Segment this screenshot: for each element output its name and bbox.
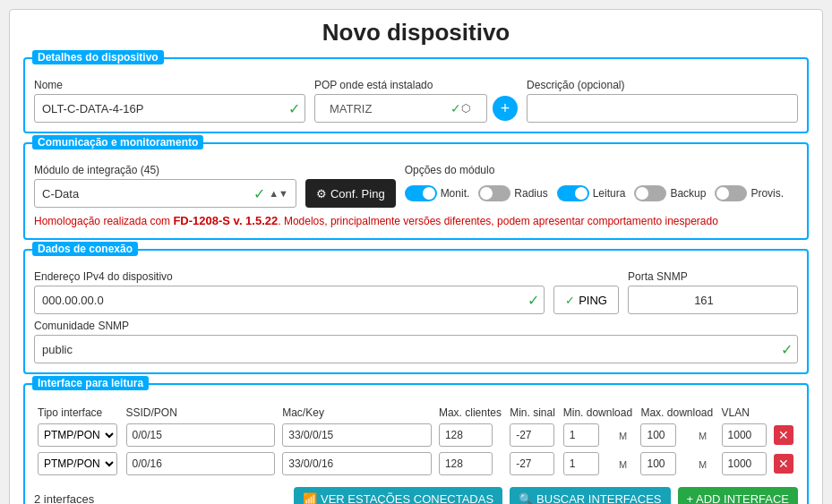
- tipo-select-2[interactable]: PTMP/PON: [38, 452, 117, 475]
- conf-ping-label: Conf. Ping: [330, 187, 385, 201]
- interface-count: 2 interfaces: [34, 492, 94, 504]
- main-container: Novo dispositivo Detalhes do dispositivo…: [9, 9, 823, 504]
- col-maxdown: Max. download: [637, 405, 717, 421]
- buscar-label: BUSCAR INTERFACES: [536, 492, 661, 504]
- add-label: + ADD INTERFACE: [687, 492, 790, 504]
- nome-label: Nome: [34, 79, 305, 91]
- maxcli-input-1[interactable]: [439, 423, 493, 447]
- interface-bottom-row: 2 interfaces 📶 VER ESTAÇÕES CONECTADAS 🔍…: [34, 487, 798, 504]
- col-vlan: VLAN: [718, 405, 771, 421]
- comunicacao-title: Comunicação e monitoramento: [32, 135, 203, 149]
- mac-input-2[interactable]: [282, 452, 432, 475]
- monit-label: Monit.: [441, 187, 470, 200]
- mindown-input-1[interactable]: [563, 423, 599, 447]
- vlan-input-1[interactable]: [722, 423, 767, 447]
- porta-input[interactable]: [628, 286, 798, 314]
- pop-chevron-icon: ⬡: [461, 102, 470, 115]
- pop-input[interactable]: [322, 94, 450, 123]
- comunidade-input[interactable]: [34, 335, 798, 363]
- modulo-chevron-icon: ▲▼: [269, 188, 288, 199]
- interface-section: Interface para leitura Tipo interface SS…: [23, 383, 809, 504]
- modulo-value: C-Data: [42, 187, 253, 201]
- gear-icon: ⚙: [316, 187, 327, 201]
- mindown-m-2: M: [617, 459, 629, 470]
- nome-input[interactable]: [34, 94, 305, 123]
- col-mindown: Min. download: [560, 405, 638, 421]
- col-maxcli: Max. clientes: [435, 405, 506, 421]
- col-minsinal: Min. sinal: [506, 405, 560, 421]
- add-pop-button[interactable]: +: [493, 96, 518, 121]
- maxdown-m-2: M: [697, 459, 708, 470]
- modulo-label: Módulo de integração (45): [34, 164, 296, 176]
- warning-text: Homologação realizada com FD-1208-S v. 1…: [34, 213, 798, 229]
- ping-check-icon: ✓: [565, 294, 575, 307]
- toggle-leitura: Leitura: [557, 185, 626, 201]
- del-row-1-button[interactable]: ✕: [774, 425, 793, 445]
- search-icon: 🔍: [519, 492, 533, 504]
- ip-check-icon: ✓: [528, 292, 539, 309]
- ip-label: Endereço IPv4 do dispositivo: [34, 270, 545, 283]
- col-tipo: Tipo interface: [34, 405, 123, 421]
- radius-toggle[interactable]: [478, 185, 510, 201]
- ip-input[interactable]: [34, 286, 545, 314]
- detalhes-section: Detalhes do dispositivo Nome ✓ POP onde …: [23, 57, 809, 133]
- pop-label: POP onde está instalado: [314, 79, 518, 91]
- comunidade-label: Comunidade SNMP: [34, 320, 798, 332]
- toggle-monit: Monit.: [405, 185, 470, 201]
- opcoes-label: Opções do módulo: [405, 164, 798, 176]
- interface-title: Interface para leitura: [32, 376, 149, 390]
- ping-label: PING: [579, 294, 607, 307]
- mac-input-1[interactable]: [282, 423, 432, 447]
- radius-label: Radius: [514, 187, 547, 200]
- toggle-provis: Provis.: [715, 185, 784, 201]
- add-interface-button[interactable]: + ADD INTERFACE: [678, 487, 799, 504]
- tipo-select-1[interactable]: PTMP/PON: [38, 423, 117, 447]
- backup-label: Backup: [670, 187, 706, 200]
- leitura-label: Leitura: [593, 187, 626, 200]
- ssid-input-1[interactable]: [126, 423, 276, 447]
- desc-input[interactable]: [527, 94, 798, 123]
- provis-label: Provis.: [751, 187, 784, 200]
- table-row: PTMP/PON M M ✕: [34, 449, 798, 478]
- nome-check-icon: ✓: [288, 100, 300, 117]
- warning-model: FD-1208-S v. 1.5.22: [173, 214, 278, 227]
- monit-toggle[interactable]: [405, 185, 437, 201]
- wifi-icon: 📶: [303, 492, 317, 504]
- mindown-input-2[interactable]: [563, 452, 599, 475]
- maxdown-input-2[interactable]: [640, 452, 676, 475]
- ssid-input-2[interactable]: [126, 452, 276, 475]
- col-ssid: SSID/PON: [123, 405, 279, 421]
- leitura-toggle[interactable]: [557, 185, 589, 201]
- col-mac: Mac/Key: [279, 405, 435, 421]
- ping-button[interactable]: ✓ PING: [553, 286, 619, 314]
- interface-btn-group: 📶 VER ESTAÇÕES CONECTADAS 🔍 BUSCAR INTER…: [294, 487, 798, 504]
- maxdown-m-1: M: [697, 431, 708, 441]
- minsinal-input-1[interactable]: [510, 423, 554, 447]
- maxdown-input-1[interactable]: [640, 423, 676, 447]
- provis-toggle[interactable]: [715, 185, 747, 201]
- interface-table: Tipo interface SSID/PON Mac/Key Max. cli…: [34, 405, 798, 478]
- vlan-input-2[interactable]: [722, 452, 767, 475]
- desc-label: Descrição (opcional): [527, 79, 798, 91]
- comunicacao-section: Comunicação e monitoramento Módulo de in…: [23, 142, 809, 240]
- ver-estacoes-button[interactable]: 📶 VER ESTAÇÕES CONECTADAS: [294, 487, 502, 504]
- col-del: [770, 405, 798, 421]
- maxcli-input-2[interactable]: [439, 452, 493, 475]
- modulo-check-icon: ✓: [253, 185, 265, 202]
- table-row: PTMP/PON M M ✕: [34, 421, 798, 449]
- ver-label: VER ESTAÇÕES CONECTADAS: [321, 492, 493, 504]
- toggle-radius: Radius: [478, 185, 547, 201]
- porta-label: Porta SNMP: [628, 270, 798, 283]
- mindown-m-1: M: [617, 431, 629, 441]
- backup-toggle[interactable]: [634, 185, 666, 201]
- pop-check-icon: ✓: [450, 101, 461, 115]
- detalhes-title: Detalhes do dispositivo: [32, 50, 164, 64]
- toggle-backup: Backup: [634, 185, 706, 201]
- del-row-2-button[interactable]: ✕: [774, 454, 793, 474]
- conf-ping-button[interactable]: ⚙ Conf. Ping: [305, 179, 396, 208]
- conexao-title: Dados de conexão: [32, 242, 138, 256]
- minsinal-input-2[interactable]: [510, 452, 554, 475]
- conexao-section: Dados de conexão Endereço IPv4 do dispos…: [23, 249, 809, 374]
- buscar-interfaces-button[interactable]: 🔍 BUSCAR INTERFACES: [510, 487, 670, 504]
- page-title: Novo dispositivo: [23, 19, 809, 47]
